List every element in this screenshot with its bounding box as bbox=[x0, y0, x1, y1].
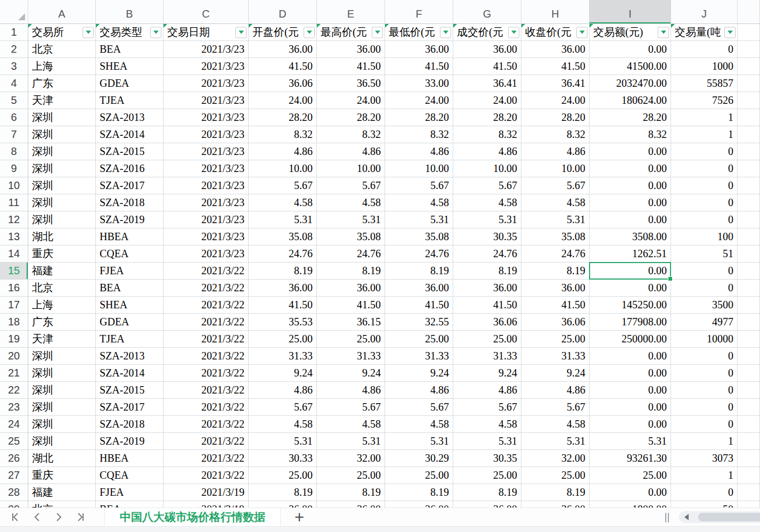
cell-A15[interactable]: 福建 bbox=[28, 263, 96, 280]
cell-J5[interactable]: 7526 bbox=[671, 92, 738, 109]
cell-I9[interactable]: 0.00 bbox=[590, 160, 671, 177]
cell-A5[interactable]: 天津 bbox=[28, 92, 96, 109]
cell-F24[interactable]: 4.58 bbox=[385, 416, 453, 433]
row-header-12[interactable]: 12 bbox=[0, 211, 28, 228]
cell-A9[interactable]: 深圳 bbox=[28, 160, 96, 177]
cell-J19[interactable]: 10000 bbox=[671, 331, 738, 348]
cell-A20[interactable]: 深圳 bbox=[28, 348, 96, 365]
cell-G26[interactable]: 30.35 bbox=[453, 450, 521, 467]
cell-D9[interactable]: 10.00 bbox=[249, 160, 317, 177]
cell-J2[interactable]: 0 bbox=[671, 41, 738, 58]
cell-J16[interactable]: 0 bbox=[671, 280, 738, 297]
cell-A14[interactable]: 重庆 bbox=[28, 245, 96, 263]
cell-H28[interactable]: 8.19 bbox=[521, 484, 590, 501]
cell-G23[interactable]: 5.67 bbox=[453, 399, 521, 416]
cell-H5[interactable]: 24.00 bbox=[521, 92, 590, 109]
cell-I14[interactable]: 1262.51 bbox=[590, 245, 671, 263]
cell-A12[interactable]: 深圳 bbox=[28, 211, 96, 228]
cell-I22[interactable]: 0.00 bbox=[590, 382, 671, 399]
filter-header-F[interactable]: 最低价(元 bbox=[385, 24, 453, 41]
cell-trailing-21[interactable] bbox=[738, 365, 760, 382]
row-header-22[interactable]: 22 bbox=[0, 382, 28, 399]
cell-C4[interactable]: 2021/3/23 bbox=[164, 75, 249, 92]
cell-H29[interactable]: 36.00 bbox=[521, 501, 590, 508]
cell-F27[interactable]: 25.00 bbox=[385, 467, 453, 484]
cell-C6[interactable]: 2021/3/23 bbox=[164, 109, 249, 126]
cell-A16[interactable]: 北京 bbox=[28, 280, 96, 297]
cell-A28[interactable]: 福建 bbox=[28, 484, 96, 501]
cell-G19[interactable]: 25.00 bbox=[453, 331, 521, 348]
cell-G8[interactable]: 4.86 bbox=[453, 143, 521, 160]
cell-C27[interactable]: 2021/3/22 bbox=[164, 467, 249, 484]
row-header-24[interactable]: 24 bbox=[0, 416, 28, 433]
cell-C22[interactable]: 2021/3/22 bbox=[164, 382, 249, 399]
cell-trailing-27[interactable] bbox=[738, 467, 760, 484]
row-header-9[interactable]: 9 bbox=[0, 160, 28, 177]
cell-C24[interactable]: 2021/3/22 bbox=[164, 416, 249, 433]
cell-F7[interactable]: 8.32 bbox=[385, 126, 453, 143]
cell-trailing-29[interactable] bbox=[738, 501, 760, 508]
filter-header-C[interactable]: 交易日期 bbox=[164, 24, 249, 41]
pane-split-handle[interactable] bbox=[665, 513, 671, 522]
cell-G6[interactable]: 28.20 bbox=[453, 109, 521, 126]
cell-E17[interactable]: 41.50 bbox=[317, 297, 385, 314]
cell-I25[interactable]: 5.31 bbox=[590, 433, 671, 450]
cell-J10[interactable]: 0 bbox=[671, 177, 738, 194]
cell-F25[interactable]: 5.31 bbox=[385, 433, 453, 450]
cell-G15[interactable]: 8.19 bbox=[453, 263, 521, 280]
cell-B4[interactable]: GDEA bbox=[96, 75, 164, 92]
cell-E14[interactable]: 24.76 bbox=[317, 245, 385, 263]
cell-G24[interactable]: 4.58 bbox=[453, 416, 521, 433]
column-header-F[interactable]: F bbox=[385, 0, 453, 24]
cell-E26[interactable]: 32.00 bbox=[317, 450, 385, 467]
cell-F29[interactable]: 36.00 bbox=[385, 501, 453, 508]
cell-E3[interactable]: 41.50 bbox=[317, 58, 385, 75]
cell-C2[interactable]: 2021/3/23 bbox=[164, 41, 249, 58]
cell-C28[interactable]: 2021/3/19 bbox=[164, 484, 249, 501]
cell-I8[interactable]: 0.00 bbox=[590, 143, 671, 160]
cell-trailing-3[interactable] bbox=[738, 58, 760, 75]
cell-I21[interactable]: 0.00 bbox=[590, 365, 671, 382]
cell-G29[interactable]: 36.00 bbox=[453, 501, 521, 508]
cell-F21[interactable]: 9.24 bbox=[385, 365, 453, 382]
cell-B3[interactable]: SHEA bbox=[96, 58, 164, 75]
cell-H23[interactable]: 5.67 bbox=[521, 399, 590, 416]
cell-D22[interactable]: 4.86 bbox=[249, 382, 317, 399]
cell-A10[interactable]: 深圳 bbox=[28, 177, 96, 194]
cell-G13[interactable]: 30.35 bbox=[453, 228, 521, 245]
first-sheet-button[interactable] bbox=[10, 511, 22, 523]
cell-I11[interactable]: 0.00 bbox=[590, 194, 671, 211]
column-header-G[interactable]: G bbox=[453, 0, 521, 24]
cell-H19[interactable]: 25.00 bbox=[521, 331, 590, 348]
cell-E7[interactable]: 8.32 bbox=[317, 126, 385, 143]
cell-B9[interactable]: SZA-2016 bbox=[96, 160, 164, 177]
filter-header-A[interactable]: 交易所 bbox=[28, 24, 96, 41]
horizontal-scrollbar[interactable] bbox=[679, 511, 760, 523]
cell-trailing-20[interactable] bbox=[738, 348, 760, 365]
cell-trailing-28[interactable] bbox=[738, 484, 760, 501]
filter-dropdown-button-B[interactable] bbox=[150, 27, 161, 38]
cell-B19[interactable]: TJEA bbox=[96, 331, 164, 348]
cell-B27[interactable]: CQEA bbox=[96, 467, 164, 484]
cell-H3[interactable]: 41.50 bbox=[521, 58, 590, 75]
cell-I6[interactable]: 28.20 bbox=[590, 109, 671, 126]
cell-H10[interactable]: 5.67 bbox=[521, 177, 590, 194]
cell-A7[interactable]: 深圳 bbox=[28, 126, 96, 143]
cell-B28[interactable]: FJEA bbox=[96, 484, 164, 501]
cell-trailing-24[interactable] bbox=[738, 416, 760, 433]
cell-E24[interactable]: 4.58 bbox=[317, 416, 385, 433]
filter-dropdown-button-H[interactable] bbox=[576, 27, 587, 38]
cell-E9[interactable]: 10.00 bbox=[317, 160, 385, 177]
filter-header-B[interactable]: 交易类型 bbox=[96, 24, 164, 41]
cell-A13[interactable]: 湖北 bbox=[28, 228, 96, 245]
cell-trailing-26[interactable] bbox=[738, 450, 760, 467]
cell-trailing-15[interactable] bbox=[738, 263, 760, 280]
cell-E20[interactable]: 31.33 bbox=[317, 348, 385, 365]
row-header-13[interactable]: 13 bbox=[0, 228, 28, 245]
cell-E12[interactable]: 5.31 bbox=[317, 211, 385, 228]
cell-H12[interactable]: 5.31 bbox=[521, 211, 590, 228]
row-header-11[interactable]: 11 bbox=[0, 194, 28, 211]
cell-B26[interactable]: HBEA bbox=[96, 450, 164, 467]
cell-H14[interactable]: 24.76 bbox=[521, 245, 590, 263]
cell-A29[interactable]: 北京 bbox=[28, 501, 96, 508]
